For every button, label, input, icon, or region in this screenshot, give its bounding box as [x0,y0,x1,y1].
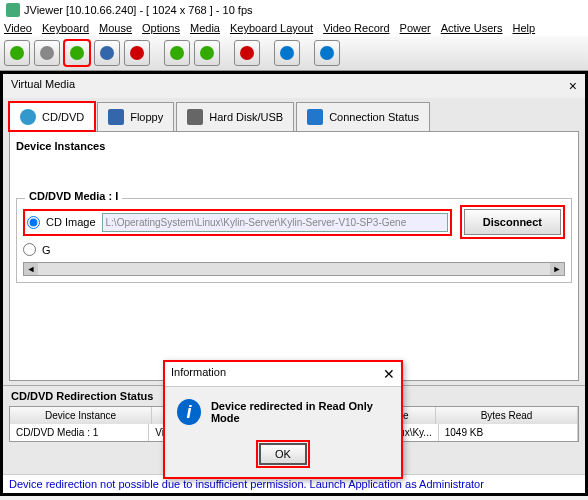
toolbar-keyboard-button[interactable] [194,40,220,66]
menu-keyboard-layout[interactable]: Keyboard Layout [230,22,313,34]
window-title: JViewer [10.10.66.240] - [ 1024 x 768 ] … [24,4,253,16]
cell-bytes-read: 1049 KB [439,424,578,441]
cd-image-radio[interactable] [27,216,40,229]
col-bytes-read: Bytes Read [436,407,578,424]
tab-floppy-label: Floppy [130,111,163,123]
chart-icon [307,109,323,125]
menubar: Video Keyboard Mouse Options Media Keybo… [0,20,588,36]
tab-content: Device Instances CD/DVD Media : I CD Ima… [9,131,579,381]
tab-hdd-label: Hard Disk/USB [209,111,283,123]
toolbar-zoom-button[interactable] [314,40,340,66]
menu-help[interactable]: Help [513,22,536,34]
dialog-title: Information [171,366,226,382]
main-frame: Virtual Media × CD/DVD Floppy Hard Disk/… [0,71,588,496]
cd-image-path-input[interactable] [102,213,448,232]
menu-active-users[interactable]: Active Users [441,22,503,34]
disc-icon [20,109,36,125]
dialog-titlebar: Information ✕ [165,362,401,387]
virtual-media-titlebar: Virtual Media × [3,74,585,98]
window-titlebar: JViewer [10.10.66.240] - [ 1024 x 768 ] … [0,0,588,20]
menu-options[interactable]: Options [142,22,180,34]
information-dialog: Information ✕ i Device redirected in Rea… [163,360,403,479]
scroll-right-icon[interactable]: ► [550,263,564,275]
cd-image-row: CD Image [23,209,452,236]
media-legend: CD/DVD Media : I [25,190,122,202]
menu-mouse[interactable]: Mouse [99,22,132,34]
tab-cddvd-label: CD/DVD [42,111,84,123]
toolbar [0,36,588,71]
drive-g-radio[interactable] [23,243,36,256]
tab-floppy[interactable]: Floppy [97,102,174,131]
toolbar-record-button[interactable] [234,40,260,66]
tab-conn-label: Connection Status [329,111,419,123]
drive-g-label: G [42,244,51,256]
tab-cddvd[interactable]: CD/DVD [9,102,95,131]
toolbar-fullscreen-button[interactable] [34,40,60,66]
menu-keyboard[interactable]: Keyboard [42,22,89,34]
cd-image-label: CD Image [46,216,96,228]
toolbar-stop-button[interactable] [124,40,150,66]
menu-media[interactable]: Media [190,22,220,34]
col-device-instance: Device Instance [10,407,152,424]
toolbar-mouse-button[interactable] [164,40,190,66]
floppy-icon [108,109,124,125]
tab-connection-status[interactable]: Connection Status [296,102,430,131]
dialog-body: i Device redirected in Read Only Mode [165,387,401,437]
toolbar-cdrom-button[interactable] [64,40,90,66]
scroll-left-icon[interactable]: ◄ [24,263,38,275]
drive-g-row: G [23,243,565,256]
menu-power[interactable]: Power [400,22,431,34]
media-group: CD/DVD Media : I CD Image Disconnect G ◄… [16,198,572,283]
hdd-icon [187,109,203,125]
close-icon[interactable]: × [569,78,577,94]
virtual-media-title: Virtual Media [11,78,75,94]
dialog-close-icon[interactable]: ✕ [383,366,395,382]
toolbar-floppy-button[interactable] [94,40,120,66]
horizontal-scrollbar[interactable]: ◄ ► [23,262,565,276]
cell-device-instance: CD/DVD Media : 1 [10,424,149,441]
dialog-buttons: OK [165,437,401,477]
ok-button[interactable]: OK [259,443,307,465]
dialog-message: Device redirected in Read Only Mode [211,400,389,424]
info-icon: i [177,399,201,425]
disconnect-button[interactable]: Disconnect [464,209,561,235]
status-text: Device redirection not possible due to i… [9,478,484,490]
tab-hdd[interactable]: Hard Disk/USB [176,102,294,131]
disconnect-wrap: Disconnect [460,205,565,239]
device-instances-label: Device Instances [16,138,572,158]
toolbar-users-button[interactable] [274,40,300,66]
menu-video-record[interactable]: Video Record [323,22,389,34]
toolbar-play-button[interactable] [4,40,30,66]
app-icon [6,3,20,17]
menu-video[interactable]: Video [4,22,32,34]
tab-bar: CD/DVD Floppy Hard Disk/USB Connection S… [3,98,585,131]
